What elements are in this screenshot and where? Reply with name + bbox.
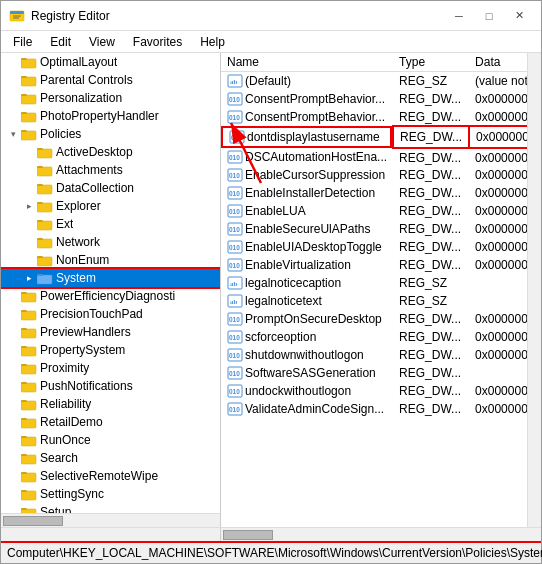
reg-row-11[interactable]: ab legalnoticecaptionREG_SZ (221, 274, 527, 292)
reg-row-15[interactable]: 010 shutdownwithoutlogonREG_DW...0x00000… (221, 346, 527, 364)
tree-item-powerefficiencydiagnosti[interactable]: PowerEfficiencyDiagnosti (1, 287, 220, 305)
tree-item-previewhandlers[interactable]: PreviewHandlers (1, 323, 220, 341)
tree-item-attachments[interactable]: Attachments (1, 161, 220, 179)
expand-btn-Setup[interactable] (5, 504, 21, 513)
maximize-button[interactable]: □ (475, 6, 503, 26)
right-vscroll[interactable] (527, 53, 541, 527)
reg-row-3[interactable]: 010 dontdisplaylastusernameREG_DW...0x00… (221, 126, 527, 148)
tree-item-precisiontouchpad[interactable]: PrecisionTouchPad (1, 305, 220, 323)
tree-item-runonce[interactable]: RunOnce (1, 431, 220, 449)
tree-label-ParentalControls: Parental Controls (40, 73, 133, 87)
tree-item-optimallayout[interactable]: OptimalLayout (1, 53, 220, 71)
expand-btn-Search[interactable] (5, 450, 21, 466)
svg-rect-28 (21, 491, 36, 500)
reg-row-2[interactable]: 010 ConsentPromptBehavior...REG_DW...0x0… (221, 108, 527, 126)
reg-row-1[interactable]: 010 ConsentPromptBehavior...REG_DW...0x0… (221, 90, 527, 108)
expand-btn-PreviewHandlers[interactable] (5, 324, 21, 340)
reg-row-5[interactable]: 010 EnableCursorSuppressionREG_DW...0x00… (221, 166, 527, 184)
expand-btn-PowerEfficiencyDiagnosti[interactable] (5, 288, 21, 304)
tree-item-search[interactable]: Search (1, 449, 220, 467)
tree-item-nonenum[interactable]: NonEnum (1, 251, 220, 269)
expand-btn-PhotoPropertyHandler[interactable] (5, 108, 21, 124)
status-path: Computer\HKEY_LOCAL_MACHINE\SOFTWARE\Mic… (7, 546, 542, 560)
expand-btn-RunOnce[interactable] (5, 432, 21, 448)
reg-row-17[interactable]: 010 undockwithoutlogonREG_DW...0x0000000… (221, 382, 527, 400)
reg-row-0[interactable]: ab (Default)REG_SZ(value not set) (221, 72, 527, 91)
reg-row-13[interactable]: 010 PromptOnSecureDesktopREG_DW...0x0000… (221, 310, 527, 328)
expand-btn-System[interactable]: ▸ (21, 270, 37, 286)
expand-btn-ParentalControls[interactable] (5, 72, 21, 88)
reg-row-8[interactable]: 010 EnableSecureUlAPathsREG_DW...0x00000… (221, 220, 527, 238)
expand-btn-Policies[interactable]: ▾ (5, 126, 21, 142)
expand-btn-ActiveDesktop[interactable] (21, 144, 37, 160)
reg-type-12: REG_SZ (393, 292, 469, 310)
tree-label-Setup: Setup (40, 505, 71, 513)
tree-label-Network: Network (56, 235, 100, 249)
reg-name-17: 010 undockwithoutlogon (221, 382, 393, 400)
tree-item-setup[interactable]: Setup (1, 503, 220, 513)
tree-item-retaildemo[interactable]: RetailDemo (1, 413, 220, 431)
tree-item-datacollection[interactable]: DataCollection (1, 179, 220, 197)
tree-label-PowerEfficiencyDiagnosti: PowerEfficiencyDiagnosti (40, 289, 175, 303)
menu-view[interactable]: View (81, 33, 123, 51)
bottom-hscroll[interactable] (1, 527, 541, 541)
folder-icon-NonEnum (37, 254, 53, 267)
expand-btn-Ext[interactable] (21, 216, 37, 232)
tree-scroll[interactable]: OptimalLayout Parental Controls Personal… (1, 53, 220, 513)
reg-type-18: REG_DW... (393, 400, 469, 418)
tree-item-photopropertyhandler[interactable]: PhotoPropertyHandler (1, 107, 220, 125)
svg-text:ab: ab (230, 298, 238, 306)
tree-item-system[interactable]: ▸ System (1, 269, 220, 287)
right-panel[interactable]: Name Type Data ab (Default)REG_SZ(value … (221, 53, 527, 527)
tree-item-activedesktop[interactable]: ActiveDesktop (1, 143, 220, 161)
expand-btn-RetailDemo[interactable] (5, 414, 21, 430)
svg-text:010: 010 (231, 134, 242, 141)
menu-edit[interactable]: Edit (42, 33, 79, 51)
reg-row-10[interactable]: 010 EnableVirtualizationREG_DW...0x00000… (221, 256, 527, 274)
expand-btn-PrecisionTouchPad[interactable] (5, 306, 21, 322)
reg-row-7[interactable]: 010 EnableLUAREG_DW...0x00000001 (1 (221, 202, 527, 220)
folder-icon-ActiveDesktop (37, 146, 53, 159)
menu-favorites[interactable]: Favorites (125, 33, 190, 51)
reg-row-16[interactable]: 010 SoftwareSASGenerationREG_DW... (221, 364, 527, 382)
expand-btn-SettingSync[interactable] (5, 486, 21, 502)
tree-item-settingsync[interactable]: SettingSync (1, 485, 220, 503)
reg-row-4[interactable]: 010 DSCAutomationHostEna...REG_DW...0x00… (221, 148, 527, 166)
expand-btn-Network[interactable] (21, 234, 37, 250)
expand-btn-Reliability[interactable] (5, 396, 21, 412)
tree-item-pushnotifications[interactable]: PushNotifications (1, 377, 220, 395)
reg-row-18[interactable]: 010 ValidateAdminCodeSign...REG_DW...0x0… (221, 400, 527, 418)
tree-item-parentalcontrols[interactable]: Parental Controls (1, 71, 220, 89)
tree-item-policies[interactable]: ▾ Policies (1, 125, 220, 143)
reg-row-6[interactable]: 010 EnableInstallerDetectionREG_DW...0x0… (221, 184, 527, 202)
expand-btn-Attachments[interactable] (21, 162, 37, 178)
tree-item-reliability[interactable]: Reliability (1, 395, 220, 413)
left-hscroll[interactable] (1, 513, 220, 527)
menu-file[interactable]: File (5, 33, 40, 51)
expand-btn-NonEnum[interactable] (21, 252, 37, 268)
tree-item-explorer[interactable]: ▸ Explorer (1, 197, 220, 215)
tree-item-personalization[interactable]: Personalization (1, 89, 220, 107)
expand-btn-OptimalLayout[interactable] (5, 54, 21, 70)
close-button[interactable]: ✕ (505, 6, 533, 26)
svg-rect-19 (21, 329, 36, 338)
tree-item-propertysystem[interactable]: PropertySystem (1, 341, 220, 359)
svg-text:ab: ab (230, 280, 238, 288)
expand-btn-PropertySystem[interactable] (5, 342, 21, 358)
reg-type-5: REG_DW... (393, 166, 469, 184)
expand-btn-PushNotifications[interactable] (5, 378, 21, 394)
tree-item-selectiveremotewipe[interactable]: SelectiveRemoteWipe (1, 467, 220, 485)
reg-row-12[interactable]: ab legalnoticetextREG_SZ (221, 292, 527, 310)
menu-help[interactable]: Help (192, 33, 233, 51)
tree-item-network[interactable]: Network (1, 233, 220, 251)
expand-btn-Proximity[interactable] (5, 360, 21, 376)
expand-btn-DataCollection[interactable] (21, 180, 37, 196)
reg-row-14[interactable]: 010 scforceoptionREG_DW...0x00000000 (0 (221, 328, 527, 346)
tree-item-ext[interactable]: Ext (1, 215, 220, 233)
expand-btn-SelectiveRemoteWipe[interactable] (5, 468, 21, 484)
expand-btn-Explorer[interactable]: ▸ (21, 198, 37, 214)
expand-btn-Personalization[interactable] (5, 90, 21, 106)
tree-item-proximity[interactable]: Proximity (1, 359, 220, 377)
reg-row-9[interactable]: 010 EnableUIADesktopToggleREG_DW...0x000… (221, 238, 527, 256)
minimize-button[interactable]: ─ (445, 6, 473, 26)
